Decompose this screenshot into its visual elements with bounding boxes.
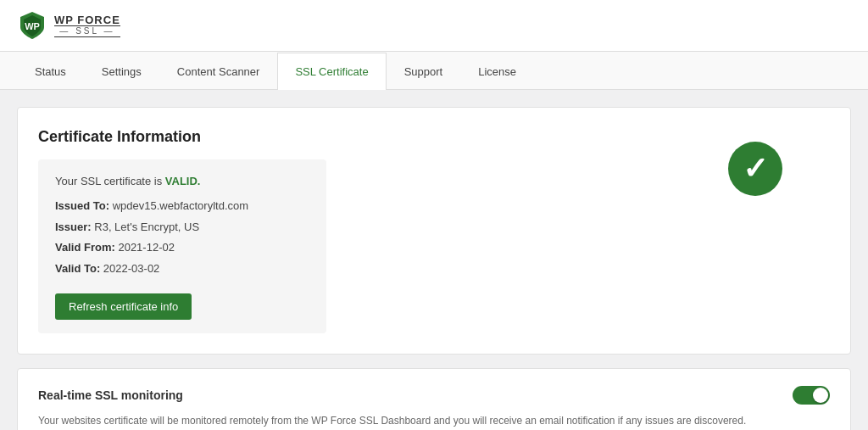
cert-issued-to-val: wpdev15.webfactoryltd.com (113, 199, 248, 212)
monitoring-header: Real-time SSL monitoring (38, 386, 830, 405)
cert-valid-from-label: Valid From: (55, 241, 115, 254)
main-content: Certificate Information Your SSL certifi… (0, 90, 868, 430)
logo-ssl-text: — SSL — (54, 25, 120, 37)
tab-status[interactable]: Status (17, 53, 84, 90)
cert-issued-to-label: Issued To: (55, 199, 109, 212)
logo: WP WP FORCE — SSL — (17, 10, 120, 41)
cert-status-line: Your SSL certificate is VALID. (55, 173, 309, 191)
certificate-title: Certificate Information (38, 128, 830, 146)
tab-license[interactable]: License (460, 53, 534, 90)
logo-icon: WP (17, 10, 47, 41)
valid-checkmark-icon (728, 142, 782, 196)
certificate-info-box: Your SSL certificate is VALID. Issued To… (38, 159, 326, 333)
tab-support[interactable]: Support (387, 53, 461, 90)
monitoring-title: Real-time SSL monitoring (38, 388, 183, 402)
monitoring-description: Your websites certificate will be monito… (38, 413, 830, 428)
monitoring-card: Real-time SSL monitoring Your websites c… (17, 368, 851, 430)
cert-status-prefix: Your SSL certificate is (55, 175, 165, 187)
cert-issuer-val: R3, Let's Encrypt, US (94, 221, 199, 233)
tab-settings[interactable]: Settings (84, 53, 159, 90)
refresh-certificate-button[interactable]: Refresh certificate info (55, 293, 192, 320)
tab-content-scanner[interactable]: Content Scanner (159, 53, 278, 90)
certificate-card: Certificate Information Your SSL certifi… (17, 107, 851, 355)
monitoring-toggle[interactable] (793, 386, 830, 405)
page-header: WP WP FORCE — SSL — (0, 0, 868, 52)
cert-valid-to-label: Valid To: (55, 262, 100, 275)
cert-valid-text: VALID. (165, 175, 201, 187)
cert-valid-from: Valid From: 2021-12-02 (55, 239, 309, 257)
logo-text: WP FORCE — SSL — (54, 14, 120, 37)
cert-issuer: Issuer: R3, Let's Encrypt, US (55, 219, 309, 237)
tabs-navigation: Status Settings Content Scanner SSL Cert… (0, 52, 868, 90)
logo-wp-text: WP FORCE (54, 14, 120, 25)
cert-valid-from-val: 2021-12-02 (118, 241, 175, 254)
cert-valid-to: Valid To: 2022-03-02 (55, 260, 309, 278)
cert-issued-to: Issued To: wpdev15.webfactoryltd.com (55, 198, 309, 215)
cert-issuer-label: Issuer: (55, 221, 92, 233)
cert-valid-to-val: 2022-03-02 (103, 262, 160, 275)
svg-text:WP: WP (25, 21, 40, 31)
tab-ssl-certificate[interactable]: SSL Certificate (277, 53, 386, 90)
